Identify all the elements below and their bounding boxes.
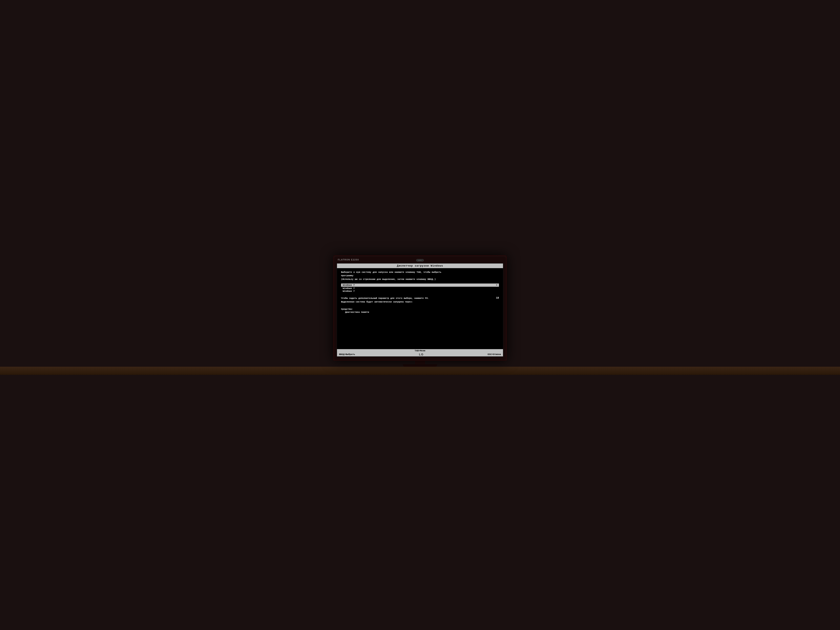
main-content: Выберите о ную систему для запуска или н…	[337, 268, 503, 349]
webcam-label: perfeo	[418, 260, 422, 261]
esc-cancel-label: ESC=Отмена	[488, 353, 501, 355]
screen: Диспетчер загрузки Windows Выберите о ну…	[336, 263, 504, 357]
screen-content: Диспетчер загрузки Windows Выберите о ну…	[337, 264, 503, 357]
webcam: perfeo	[416, 259, 424, 262]
tab-menu-label: TAB=Меню	[415, 349, 425, 352]
instruction-line2: программу	[341, 274, 499, 278]
countdown-number: 18	[496, 297, 499, 300]
desk-surface	[0, 367, 840, 375]
lg-brand: LG	[419, 353, 424, 356]
status-bar-upper: TAB=Меню	[337, 349, 503, 352]
os-list-item-1[interactable]: Windows 7	[341, 287, 499, 290]
instruction-block: Выберите о ную систему для запуска или н…	[341, 271, 499, 281]
title-bar: Диспетчер загрузки Windows	[337, 264, 503, 268]
monitor-bottom-bezel	[336, 357, 504, 360]
enter-select-label: ВВОД=Выбрать	[339, 353, 355, 355]
monitor-neck	[415, 361, 425, 364]
bottom-bars: TAB=Меню ВВОД=Выбрать LG ESC=Отмена	[337, 349, 503, 357]
tools-label: Средства:	[341, 308, 499, 310]
countdown-area: 18 Чтобы задать дополнительный параметр …	[341, 297, 499, 304]
monitor-base	[403, 364, 437, 367]
instruction-line1: Выберите о ную систему для запуска или н…	[341, 271, 499, 274]
countdown-text: Чтобы задать дополнительный параметр для…	[341, 297, 499, 304]
tools-item-memory[interactable]: Диагностика памяти	[341, 311, 499, 313]
status-bar-lower: ВВОД=Выбрать LG ESC=Отмена	[337, 352, 503, 357]
flatron-brand: FLATRON E2250	[338, 259, 359, 261]
monitor-bezel-top: FLATRON E2250 perfeo	[336, 259, 504, 263]
os-list: Windows 7 > Windows 7 Windows 7	[341, 284, 499, 292]
tools-section: Средства: Диагностика памяти	[341, 308, 499, 313]
os-list-item-2[interactable]: Windows 7	[341, 290, 499, 292]
os-selected-item[interactable]: Windows 7 >	[341, 284, 499, 287]
instruction-line3: (Использу ши со стрелками для выделения,…	[341, 278, 499, 281]
monitor-outer: FLATRON E2250 perfeo Диспетчер загрузки …	[333, 255, 507, 361]
